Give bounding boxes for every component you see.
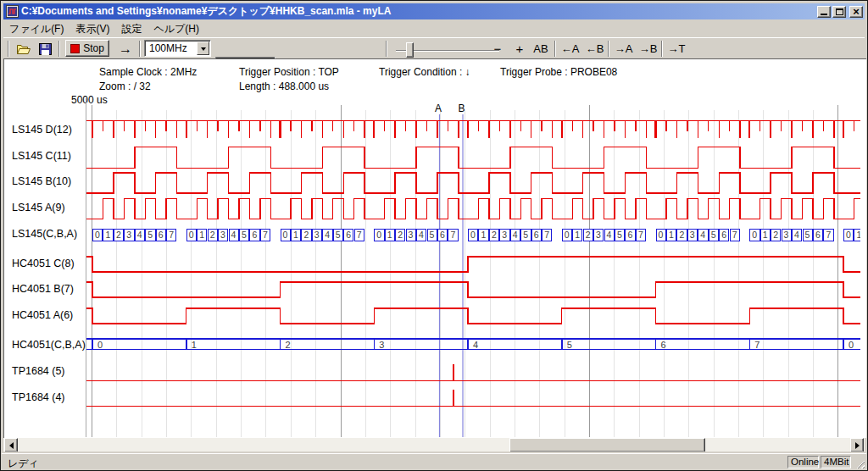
zoom-slider-handle[interactable]	[406, 42, 414, 58]
horizontal-scrollbar[interactable]	[3, 438, 865, 452]
set-cursor-b-button[interactable]: →B	[637, 40, 659, 58]
zoom-ab-button[interactable]: AB	[530, 40, 552, 58]
save-floppy-icon	[39, 43, 52, 55]
svg-text:3: 3	[502, 230, 507, 240]
svg-text:6: 6	[440, 230, 445, 240]
goto-cursor-a-button[interactable]: ←A	[559, 40, 581, 58]
svg-text:7: 7	[544, 230, 549, 240]
svg-text:0: 0	[565, 230, 570, 240]
channel-label-3: LS145 A(9)	[12, 202, 65, 213]
svg-text:2: 2	[586, 230, 591, 240]
stop-button[interactable]: Stop	[65, 40, 109, 57]
waveform-panel: Sample Clock : 2MHz Trigger Position : T…	[3, 58, 866, 438]
svg-text:7: 7	[450, 230, 455, 240]
svg-text:2: 2	[492, 230, 497, 240]
scroll-left-button[interactable]	[4, 438, 18, 452]
svg-text:3: 3	[596, 230, 601, 240]
svg-text:2: 2	[303, 230, 309, 240]
svg-text:3: 3	[126, 230, 131, 240]
waveform-area[interactable]: AB01234567012345670123456701234567012345…	[86, 97, 860, 437]
zoom-out-button[interactable]: −	[488, 40, 507, 58]
title-bar[interactable]: C:¥Documents and Settings¥noname¥デスクトップ¥…	[3, 3, 865, 19]
set-cursor-a-button[interactable]: →A	[612, 40, 635, 58]
toolbar-separator	[386, 41, 387, 57]
svg-text:6: 6	[721, 230, 726, 240]
svg-text:4: 4	[513, 230, 518, 240]
channel-label-4: LS145(C,B,A)	[12, 228, 77, 240]
scrollbar-thumb[interactable]	[509, 438, 705, 452]
svg-text:1: 1	[387, 230, 392, 240]
svg-text:2: 2	[286, 340, 291, 350]
window-title: C:¥Documents and Settings¥noname¥デスクトップ¥…	[21, 4, 817, 19]
menu-view[interactable]: 表示(V)	[70, 20, 115, 38]
resize-grip[interactable]	[854, 458, 865, 468]
goto-trigger-button[interactable]: →T	[665, 40, 687, 58]
trace-7	[86, 308, 860, 324]
svg-text:6: 6	[627, 230, 632, 240]
run-arrow-icon: →	[119, 42, 132, 57]
svg-text:0: 0	[659, 230, 664, 240]
toolbar-separator	[139, 41, 141, 57]
stop-label: Stop	[83, 42, 104, 54]
channel-label-6: HC4051 B(7)	[12, 283, 74, 295]
svg-text:3: 3	[409, 230, 414, 240]
svg-text:0: 0	[283, 230, 288, 240]
window-controls: ×	[817, 6, 863, 18]
svg-text:1: 1	[105, 230, 110, 240]
trace-3	[86, 199, 860, 219]
svg-text:7: 7	[169, 230, 174, 240]
zoom-in-button[interactable]: +	[510, 40, 529, 58]
info-trigger-position: Trigger Position : TOP	[239, 66, 339, 78]
zoom-slider[interactable]	[396, 40, 499, 58]
svg-text:5: 5	[336, 230, 341, 240]
toolbar-separator	[554, 41, 556, 57]
sample-clock-value: 100MHz	[149, 42, 187, 54]
info-length: Length : 488.000 us	[239, 80, 329, 92]
svg-text:0: 0	[846, 230, 851, 240]
maximize-icon	[836, 8, 843, 15]
info-sample-clock: Sample Clock : 2MHz	[99, 66, 197, 78]
goto-cursor-b-button[interactable]: ←B	[583, 40, 606, 58]
scroll-right-button[interactable]	[850, 438, 864, 452]
svg-text:4: 4	[607, 230, 612, 240]
info-trigger-condition: Trigger Condition : ↓	[379, 66, 470, 78]
menu-file[interactable]: ファイル(F)	[3, 20, 70, 38]
dropdown-button[interactable]	[197, 42, 209, 55]
svg-text:1: 1	[199, 230, 204, 240]
scroll-right-icon	[855, 442, 863, 449]
single-run-button[interactable]: →	[114, 40, 136, 58]
close-button[interactable]: ×	[849, 6, 863, 18]
minimize-button[interactable]	[817, 6, 831, 18]
svg-text:0: 0	[752, 230, 757, 240]
svg-text:2: 2	[116, 230, 121, 240]
sample-clock-select[interactable]: 100MHz	[144, 40, 211, 57]
svg-text:7: 7	[826, 230, 831, 240]
set-b-label: →B	[639, 42, 658, 55]
close-icon: ×	[853, 8, 860, 16]
menu-settings[interactable]: 設定	[115, 20, 147, 38]
svg-text:7: 7	[638, 230, 643, 240]
save-file-button[interactable]	[35, 40, 55, 58]
cursors[interactable]: AB	[435, 103, 465, 437]
chevron-down-icon	[201, 47, 206, 53]
channel-label-1: LS145 C(11)	[12, 150, 71, 162]
svg-text:7: 7	[263, 230, 268, 240]
menu-help[interactable]: ヘルプ(H)	[147, 20, 205, 38]
status-memory: 4MBit	[821, 456, 851, 468]
svg-text:5: 5	[242, 230, 247, 240]
trace-6	[86, 282, 860, 297]
svg-text:5: 5	[711, 230, 716, 240]
status-ready: レディ	[8, 457, 39, 471]
svg-text:4: 4	[794, 230, 799, 240]
channel-label-7: HC4051 A(6)	[12, 309, 73, 321]
svg-text:1: 1	[293, 230, 298, 240]
svg-text:1: 1	[192, 340, 197, 350]
maximize-button[interactable]	[832, 6, 846, 18]
app-icon	[6, 5, 19, 18]
open-file-button[interactable]	[14, 40, 34, 58]
trace-2	[86, 173, 860, 193]
svg-text:3: 3	[220, 230, 225, 240]
svg-text:4: 4	[419, 230, 424, 240]
channel-label-10: TP1684 (4)	[12, 391, 65, 403]
scroll-left-icon	[6, 442, 14, 449]
